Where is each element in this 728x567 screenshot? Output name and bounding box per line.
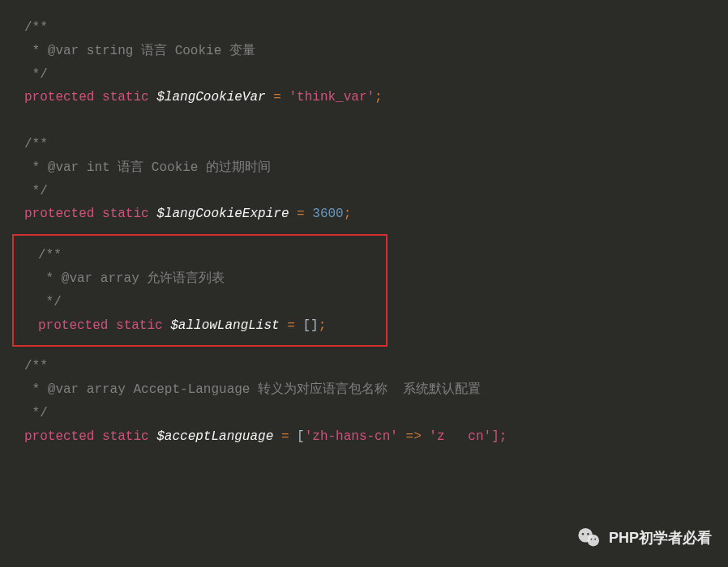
highlighted-code-block: /** * @var array 允许语言列表 */ protected sta… <box>12 234 388 347</box>
comment-close: */ <box>24 402 704 425</box>
code-block-4: /** * @var array Accept-Language 转义为对应语言… <box>0 355 728 448</box>
comment-line: * @var array Accept-Language 转义为对应语言包名称 … <box>24 378 704 402</box>
comment-open: /** <box>24 355 704 378</box>
variable: $acceptLanguage <box>156 429 273 444</box>
code-line: protected static $langCookieVar = 'think… <box>24 86 704 109</box>
code-line: protected static $allowLangList = []; <box>38 314 362 338</box>
semicolon: ; <box>344 207 352 221</box>
variable: $langCookieExpire <box>156 207 289 221</box>
comment-line: * @var int 语言 Cookie 的过期时间 <box>24 156 704 180</box>
string-key: 'zh-hans-cn' <box>305 429 398 444</box>
keyword-static: static <box>102 429 149 444</box>
operator-equals: = <box>273 429 297 444</box>
comment-line: * @var array 允许语言列表 <box>38 267 362 291</box>
keyword-protected: protected <box>24 429 94 444</box>
keyword-protected: protected <box>24 207 94 221</box>
keyword-static: static <box>102 207 149 221</box>
svg-point-3 <box>587 533 589 535</box>
operator-equals: = <box>280 318 303 333</box>
comment-line: * @var string 语言 Cookie 变量 <box>24 40 704 63</box>
svg-point-1 <box>588 535 599 546</box>
operator-equals: = <box>266 90 289 104</box>
keyword-static: static <box>102 90 149 104</box>
string-partial: 'z <box>429 429 444 444</box>
svg-point-2 <box>582 533 584 535</box>
comment-open: /** <box>38 244 362 267</box>
comment-close: */ <box>38 291 362 314</box>
string-value: 'think_var' <box>289 90 375 104</box>
svg-point-5 <box>594 538 596 539</box>
keyword-static: static <box>116 318 163 333</box>
comment-open: /** <box>24 133 704 156</box>
code-line: protected static $langCookieExpire = 360… <box>24 202 704 226</box>
svg-point-4 <box>590 538 592 539</box>
watermark: PHP初学者必看 <box>576 525 712 551</box>
keyword-protected: protected <box>38 318 108 333</box>
operator-arrow: => <box>398 429 429 444</box>
comment-close: */ <box>24 180 704 203</box>
code-block-1: /** * @var string 语言 Cookie 变量 */ protec… <box>0 16 728 133</box>
watermark-text: PHP初学者必看 <box>609 525 712 551</box>
code-block-2: /** * @var int 语言 Cookie 的过期时间 */ protec… <box>0 133 728 226</box>
blank-line <box>24 109 704 133</box>
semicolon: ; <box>375 90 383 104</box>
variable: $langCookieVar <box>156 90 265 104</box>
variable: $allowLangList <box>170 318 279 333</box>
operator-equals: = <box>289 207 312 221</box>
keyword-protected: protected <box>24 90 94 104</box>
number-value: 3600 <box>312 207 343 221</box>
comment-open: /** <box>24 16 704 40</box>
wechat-icon <box>576 525 602 551</box>
semicolon: ; <box>319 318 327 333</box>
comment-close: */ <box>24 63 704 87</box>
array-value: [] <box>302 318 318 333</box>
code-line: protected static $acceptLanguage = ['zh-… <box>24 425 704 449</box>
bracket-open: [ <box>297 429 305 444</box>
string-partial-2: cn']; <box>468 429 507 444</box>
code-editor: /** * @var string 语言 Cookie 变量 */ protec… <box>0 16 728 449</box>
